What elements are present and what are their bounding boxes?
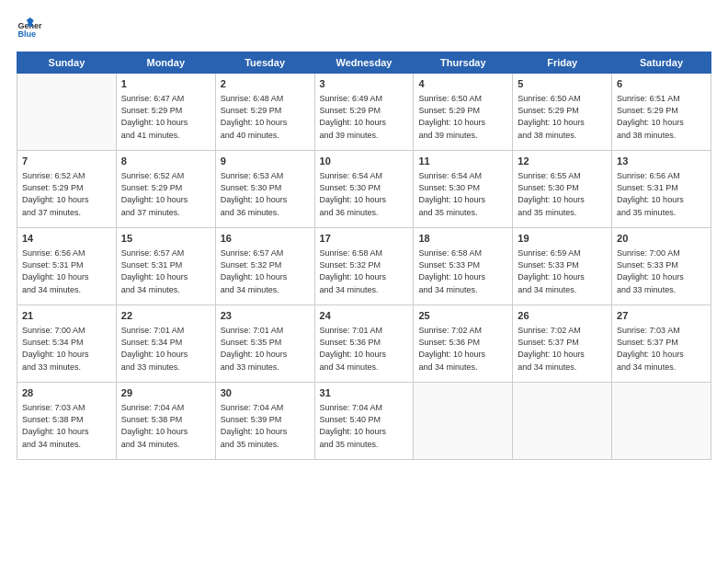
day-info: Sunrise: 6:53 AM Sunset: 5:30 PM Dayligh… <box>221 170 310 218</box>
calendar-cell: 12Sunrise: 6:55 AM Sunset: 5:30 PM Dayli… <box>513 151 612 228</box>
calendar-cell: 14Sunrise: 6:56 AM Sunset: 5:31 PM Dayli… <box>17 228 117 305</box>
day-number: 3 <box>320 77 409 91</box>
day-number: 29 <box>121 386 210 400</box>
day-number: 16 <box>221 232 310 246</box>
day-number: 17 <box>320 232 409 246</box>
calendar-cell: 26Sunrise: 7:02 AM Sunset: 5:37 PM Dayli… <box>513 305 612 383</box>
calendar-cell: 5Sunrise: 6:50 AM Sunset: 5:29 PM Daylig… <box>513 74 612 151</box>
day-number: 11 <box>418 155 507 168</box>
day-info: Sunrise: 6:54 AM Sunset: 5:30 PM Dayligh… <box>320 170 409 218</box>
day-info: Sunrise: 7:02 AM Sunset: 5:36 PM Dayligh… <box>418 325 507 373</box>
day-info: Sunrise: 7:04 AM Sunset: 5:39 PM Dayligh… <box>221 402 310 450</box>
day-info: Sunrise: 6:49 AM Sunset: 5:29 PM Dayligh… <box>320 93 409 141</box>
day-number: 31 <box>320 386 409 400</box>
calendar-week-row: 21Sunrise: 7:00 AM Sunset: 5:34 PM Dayli… <box>17 305 711 383</box>
calendar-cell: 16Sunrise: 6:57 AM Sunset: 5:32 PM Dayli… <box>215 228 314 305</box>
calendar-cell: 28Sunrise: 7:03 AM Sunset: 5:38 PM Dayli… <box>17 383 117 460</box>
day-number: 30 <box>221 386 310 400</box>
logo: General Blue <box>17 17 46 42</box>
day-number: 20 <box>617 232 706 246</box>
weekday-header: Tuesday <box>215 52 314 74</box>
day-info: Sunrise: 6:58 AM Sunset: 5:33 PM Dayligh… <box>418 247 507 295</box>
calendar-cell: 10Sunrise: 6:54 AM Sunset: 5:30 PM Dayli… <box>314 151 414 228</box>
calendar-cell: 17Sunrise: 6:58 AM Sunset: 5:32 PM Dayli… <box>314 228 414 305</box>
day-number: 2 <box>221 77 310 91</box>
calendar-cell: 15Sunrise: 6:57 AM Sunset: 5:31 PM Dayli… <box>116 228 215 305</box>
calendar-cell: 22Sunrise: 7:01 AM Sunset: 5:34 PM Dayli… <box>116 305 215 383</box>
weekday-header: Friday <box>513 52 612 74</box>
weekday-header: Saturday <box>612 52 711 74</box>
day-info: Sunrise: 6:51 AM Sunset: 5:29 PM Dayligh… <box>617 93 706 141</box>
day-info: Sunrise: 6:56 AM Sunset: 5:31 PM Dayligh… <box>22 247 111 295</box>
weekday-header: Sunday <box>17 52 117 74</box>
calendar-cell: 8Sunrise: 6:52 AM Sunset: 5:29 PM Daylig… <box>116 151 215 228</box>
day-info: Sunrise: 6:50 AM Sunset: 5:29 PM Dayligh… <box>418 93 507 141</box>
day-number: 19 <box>518 232 607 246</box>
calendar-cell <box>17 74 117 151</box>
calendar-cell: 21Sunrise: 7:00 AM Sunset: 5:34 PM Dayli… <box>17 305 117 383</box>
day-info: Sunrise: 7:03 AM Sunset: 5:38 PM Dayligh… <box>22 402 111 450</box>
day-number: 21 <box>22 309 111 323</box>
day-info: Sunrise: 6:57 AM Sunset: 5:31 PM Dayligh… <box>121 247 210 295</box>
day-info: Sunrise: 6:55 AM Sunset: 5:30 PM Dayligh… <box>518 170 607 218</box>
calendar-cell <box>612 383 711 460</box>
day-number: 26 <box>518 309 607 323</box>
calendar-cell: 3Sunrise: 6:49 AM Sunset: 5:29 PM Daylig… <box>314 74 414 151</box>
day-number: 8 <box>121 155 210 168</box>
calendar-cell: 19Sunrise: 6:59 AM Sunset: 5:33 PM Dayli… <box>513 228 612 305</box>
calendar-week-row: 28Sunrise: 7:03 AM Sunset: 5:38 PM Dayli… <box>17 383 711 460</box>
calendar: SundayMondayTuesdayWednesdayThursdayFrid… <box>17 52 711 460</box>
day-number: 5 <box>518 77 607 91</box>
calendar-cell: 27Sunrise: 7:03 AM Sunset: 5:37 PM Dayli… <box>612 305 711 383</box>
calendar-cell: 24Sunrise: 7:01 AM Sunset: 5:36 PM Dayli… <box>314 305 414 383</box>
day-number: 1 <box>121 77 210 91</box>
calendar-cell: 2Sunrise: 6:48 AM Sunset: 5:29 PM Daylig… <box>215 74 314 151</box>
day-info: Sunrise: 7:00 AM Sunset: 5:34 PM Dayligh… <box>22 325 111 373</box>
day-info: Sunrise: 6:57 AM Sunset: 5:32 PM Dayligh… <box>221 247 310 295</box>
day-number: 7 <box>22 155 111 168</box>
calendar-header-row: SundayMondayTuesdayWednesdayThursdayFrid… <box>17 52 711 74</box>
calendar-cell: 11Sunrise: 6:54 AM Sunset: 5:30 PM Dayli… <box>414 151 513 228</box>
day-info: Sunrise: 7:04 AM Sunset: 5:40 PM Dayligh… <box>320 402 409 450</box>
calendar-cell: 4Sunrise: 6:50 AM Sunset: 5:29 PM Daylig… <box>414 74 513 151</box>
day-info: Sunrise: 7:02 AM Sunset: 5:37 PM Dayligh… <box>518 325 607 373</box>
calendar-week-row: 14Sunrise: 6:56 AM Sunset: 5:31 PM Dayli… <box>17 228 711 305</box>
day-info: Sunrise: 7:04 AM Sunset: 5:38 PM Dayligh… <box>121 402 210 450</box>
calendar-cell: 23Sunrise: 7:01 AM Sunset: 5:35 PM Dayli… <box>215 305 314 383</box>
calendar-cell: 31Sunrise: 7:04 AM Sunset: 5:40 PM Dayli… <box>314 383 414 460</box>
day-number: 13 <box>617 155 706 168</box>
weekday-header: Thursday <box>414 52 513 74</box>
logo-icon: General Blue <box>17 17 42 42</box>
day-info: Sunrise: 6:54 AM Sunset: 5:30 PM Dayligh… <box>418 170 507 218</box>
calendar-cell: 6Sunrise: 6:51 AM Sunset: 5:29 PM Daylig… <box>612 74 711 151</box>
day-info: Sunrise: 6:52 AM Sunset: 5:29 PM Dayligh… <box>22 170 111 218</box>
day-number: 9 <box>221 155 310 168</box>
day-info: Sunrise: 6:52 AM Sunset: 5:29 PM Dayligh… <box>121 170 210 218</box>
day-number: 23 <box>221 309 310 323</box>
day-info: Sunrise: 6:47 AM Sunset: 5:29 PM Dayligh… <box>121 93 210 141</box>
calendar-cell: 25Sunrise: 7:02 AM Sunset: 5:36 PM Dayli… <box>414 305 513 383</box>
calendar-week-row: 1Sunrise: 6:47 AM Sunset: 5:29 PM Daylig… <box>17 74 711 151</box>
calendar-cell: 18Sunrise: 6:58 AM Sunset: 5:33 PM Dayli… <box>414 228 513 305</box>
day-number: 14 <box>22 232 111 246</box>
day-info: Sunrise: 7:01 AM Sunset: 5:34 PM Dayligh… <box>121 325 210 373</box>
day-info: Sunrise: 6:58 AM Sunset: 5:32 PM Dayligh… <box>320 247 409 295</box>
calendar-cell: 7Sunrise: 6:52 AM Sunset: 5:29 PM Daylig… <box>17 151 117 228</box>
day-number: 6 <box>617 77 706 91</box>
day-number: 28 <box>22 386 111 400</box>
day-number: 22 <box>121 309 210 323</box>
day-number: 27 <box>617 309 706 323</box>
weekday-header: Monday <box>116 52 215 74</box>
day-number: 10 <box>320 155 409 168</box>
day-number: 15 <box>121 232 210 246</box>
day-info: Sunrise: 6:50 AM Sunset: 5:29 PM Dayligh… <box>518 93 607 141</box>
day-number: 25 <box>418 309 507 323</box>
day-number: 12 <box>518 155 607 168</box>
header: General Blue <box>17 17 711 42</box>
calendar-cell: 13Sunrise: 6:56 AM Sunset: 5:31 PM Dayli… <box>612 151 711 228</box>
day-info: Sunrise: 6:56 AM Sunset: 5:31 PM Dayligh… <box>617 170 706 218</box>
calendar-cell: 1Sunrise: 6:47 AM Sunset: 5:29 PM Daylig… <box>116 74 215 151</box>
calendar-cell <box>513 383 612 460</box>
day-number: 18 <box>418 232 507 246</box>
day-info: Sunrise: 7:01 AM Sunset: 5:36 PM Dayligh… <box>320 325 409 373</box>
